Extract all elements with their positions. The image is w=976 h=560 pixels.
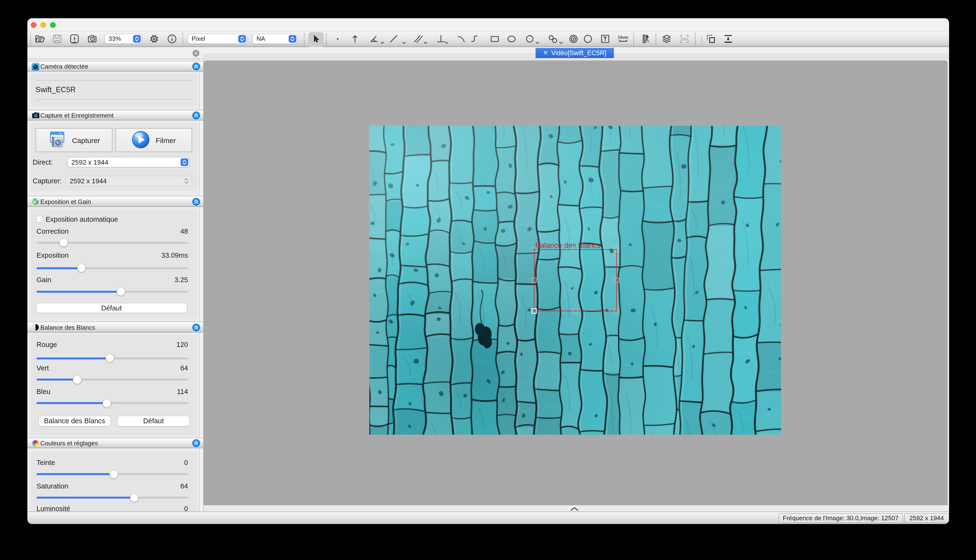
svg-text:10um: 10um [617,35,628,40]
svg-text:CSV: CSV [681,37,688,41]
svg-text:Balance des Blancs: Balance des Blancs [535,241,600,249]
